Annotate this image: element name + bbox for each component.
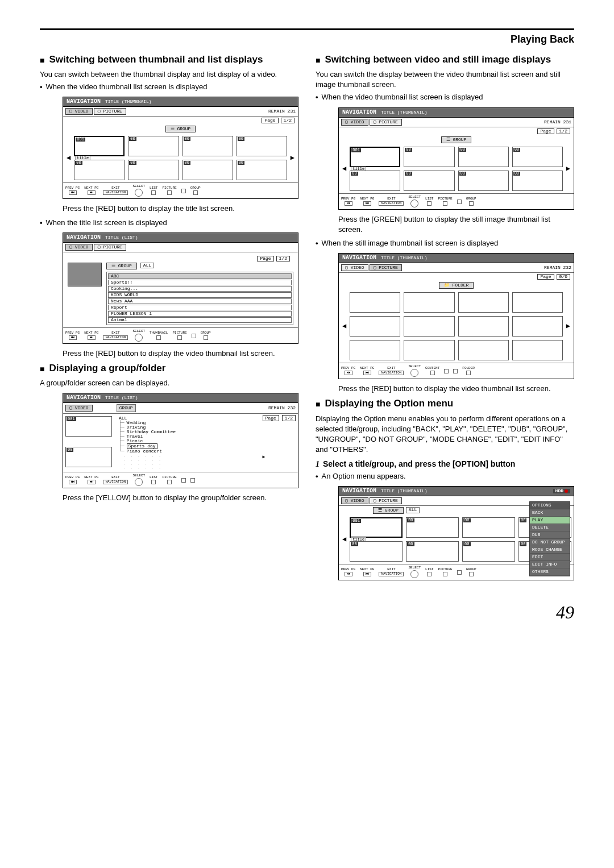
page-number: 49 bbox=[40, 602, 574, 623]
section-title: Displaying the Option menu bbox=[325, 397, 453, 410]
two-column-layout: ■ Switching between thumbnail and list d… bbox=[40, 53, 574, 585]
page-header: Playing Back bbox=[40, 34, 574, 45]
square-bullet-icon: ■ bbox=[40, 55, 44, 65]
next-arrow-icon: ▶ bbox=[289, 155, 296, 161]
square-bullet-icon: ■ bbox=[316, 55, 320, 65]
ui-screenshot: NAVIGATIONTITLE (LIST) ▢ VIDEO GROUP REM… bbox=[63, 393, 298, 488]
header-rule bbox=[40, 28, 574, 30]
body-text: You can switch the display between the v… bbox=[316, 69, 574, 90]
section-heading: ■ Displaying a group/folder bbox=[40, 362, 298, 375]
ui-screenshot: NAVIGATIONTITLE (LIST) ▢ VIDEO ▢ PICTURE… bbox=[63, 232, 298, 344]
square-bullet-icon: ■ bbox=[40, 364, 44, 374]
bullet-line: •When the video thumbnail list screen is… bbox=[316, 92, 574, 102]
ui-screenshot: NAVIGATIONTITLE (THUMBNAIL) ▢ VIDEO ▢ PI… bbox=[338, 107, 574, 210]
ui-screenshot: NAVIGATIONTITLE (THUMBNAIL) HDD ▢ VIDEO … bbox=[338, 486, 574, 580]
bullet-line: •When the still image thumbnail list scr… bbox=[316, 238, 574, 248]
body-text: A group/folder screen can be displayed. bbox=[40, 378, 298, 388]
prev-arrow-icon: ◀ bbox=[65, 155, 72, 161]
section-heading: ■ Displaying the Option menu bbox=[316, 397, 574, 410]
record-icon bbox=[565, 489, 568, 493]
bullet-line: •When the video thumbnail list screen is… bbox=[40, 82, 298, 92]
section-title: Displaying a group/folder bbox=[49, 362, 165, 375]
right-column: ■ Switching between video and still imag… bbox=[316, 53, 574, 585]
step-instruction: 1Select a title/group, and press the [OP… bbox=[316, 459, 574, 469]
caption: Press the [RED] button to display the vi… bbox=[338, 384, 574, 394]
section-title: Switching between video and still image … bbox=[325, 53, 551, 66]
section-heading: ■ Switching between video and still imag… bbox=[316, 53, 574, 66]
section-heading: ■ Switching between thumbnail and list d… bbox=[40, 53, 298, 66]
bullet-line: •An Option menu appears. bbox=[316, 471, 574, 481]
square-bullet-icon: ■ bbox=[316, 399, 320, 409]
ui-screenshot: NAVIGATIONTITLE (THUMBNAIL) ▢ VIDEO ▢ PI… bbox=[338, 253, 574, 379]
section-title: Switching between thumbnail and list dis… bbox=[49, 53, 263, 66]
ui-screenshot: NAVIGATIONTITLE (THUMBNAIL) ▢ VIDEO ▢ PI… bbox=[63, 97, 298, 199]
bullet-line: •When the title list screen is displayed bbox=[40, 218, 298, 228]
caption: Press the [GREEN] button to display the … bbox=[338, 214, 574, 235]
body-text: You can switch between the thumbnail dis… bbox=[40, 69, 298, 80]
caption: Press the [RED] button to display the ti… bbox=[63, 203, 298, 214]
body-text: Displaying the Option menu enables you t… bbox=[316, 414, 574, 455]
caption: Press the [RED] button to display the vi… bbox=[63, 348, 298, 359]
option-menu: OPTIONS BACK PLAY DELETE DUB DO NOT GROU… bbox=[529, 501, 570, 576]
left-column: ■ Switching between thumbnail and list d… bbox=[40, 53, 298, 585]
caption: Press the [YELLOW] button to display the… bbox=[63, 493, 298, 503]
